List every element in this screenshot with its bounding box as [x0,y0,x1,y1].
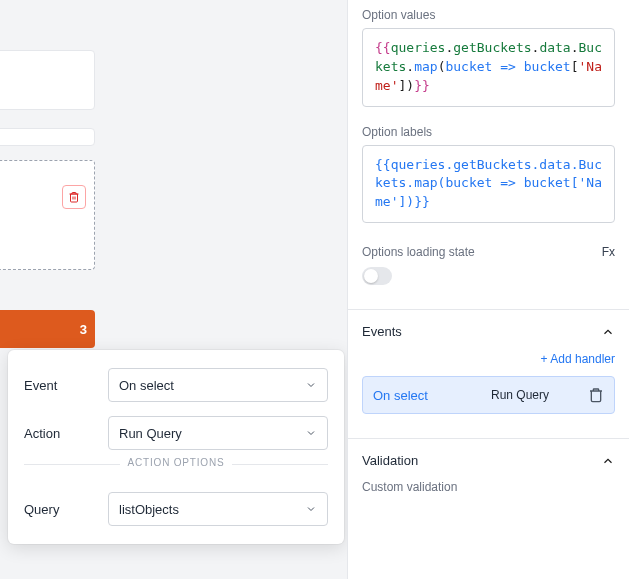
validation-header[interactable]: Validation [348,438,629,476]
option-labels-section: Option labels {{queries.getBuckets.data.… [348,125,629,242]
option-values-label: Option values [362,8,615,22]
query-select[interactable]: listObjects [108,492,328,526]
option-values-section: Option values {{queries.getBuckets.data.… [348,0,629,125]
events-header[interactable]: Events [348,309,629,347]
query-label: Query [24,502,98,517]
trash-icon [68,191,80,203]
event-select-value: On select [119,378,174,393]
option-labels-label: Option labels [362,125,615,139]
popup-row-action: Action Run Query [24,416,328,450]
dropzone[interactable] [0,160,95,270]
delete-widget-button[interactable] [62,185,86,209]
option-labels-input[interactable]: {{queries.getBuckets.data.Buckets.map(bu… [362,145,615,224]
event-action: Run Query [491,388,580,402]
action-select[interactable]: Run Query [108,416,328,450]
add-handler-row: + Add handler [348,347,629,376]
fx-toggle[interactable]: Fx [602,245,615,259]
canvas-button-widget[interactable]: 3 [0,310,95,348]
event-handler-item[interactable]: On select Run Query [362,376,615,414]
loading-state-row: Options loading state Fx [348,241,629,261]
custom-validation-section: Custom validation [348,476,629,512]
event-handler-popup: Event On select Action Run Query ACTION … [8,350,344,544]
delete-handler-icon[interactable] [588,387,604,403]
action-options-divider: ACTION OPTIONS [24,464,328,476]
loading-state-toggle[interactable] [362,267,392,285]
chevron-down-icon [305,379,317,391]
canvas-widget-strip[interactable] [0,128,95,146]
canvas-button-label: 3 [80,322,87,337]
action-select-value: Run Query [119,426,182,441]
chevron-up-icon [601,454,615,468]
events-title: Events [362,324,402,339]
popup-row-query: Query listObjects [24,492,328,526]
custom-validation-label: Custom validation [362,480,615,494]
chevron-down-icon [305,503,317,515]
validation-title: Validation [362,453,418,468]
add-handler-link[interactable]: + Add handler [541,352,615,366]
chevron-down-icon [305,427,317,439]
canvas-widget-box[interactable] [0,50,95,110]
popup-row-event: Event On select [24,368,328,402]
inspector-panel: Option values {{queries.getBuckets.data.… [347,0,629,579]
option-labels-code: {{queries.getBuckets.data.Buckets.map(bu… [375,157,602,210]
event-label: Event [24,378,98,393]
loading-state-label: Options loading state [362,245,475,259]
event-name: On select [373,388,483,403]
query-select-value: listObjects [119,502,179,517]
action-label: Action [24,426,98,441]
action-options-label: ACTION OPTIONS [120,457,233,468]
chevron-up-icon [601,325,615,339]
event-select[interactable]: On select [108,368,328,402]
option-values-input[interactable]: {{queries.getBuckets.data.Buckets.map(bu… [362,28,615,107]
